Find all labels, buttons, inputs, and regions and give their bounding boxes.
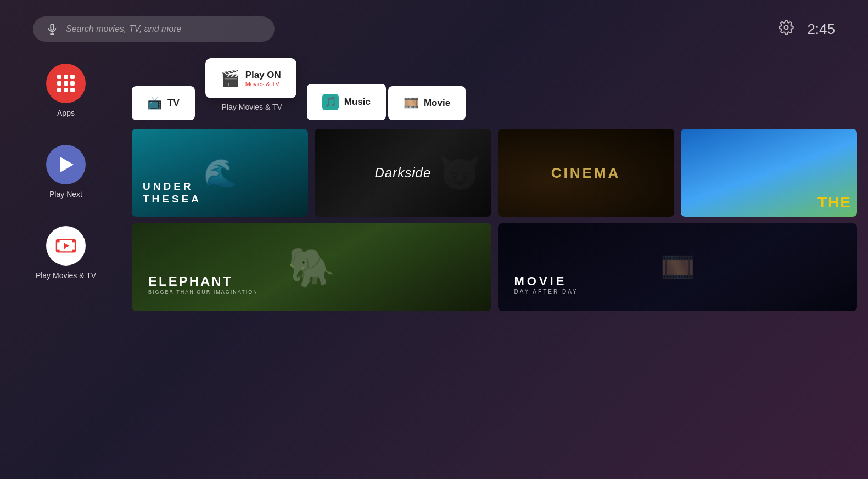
- svg-rect-0: [51, 24, 54, 30]
- apps-label: Apps: [57, 109, 75, 117]
- tab-tv[interactable]: 📺 TV: [132, 86, 195, 120]
- movie-elephant[interactable]: 🐘 ELEPHANT BIGGER THAN OUR IMAGINATION: [132, 223, 491, 311]
- movie-day-after-day[interactable]: 🎞️ MOVIE DAY AFTER DAY: [498, 223, 858, 311]
- header: Search movies, TV, and more 2:45: [0, 0, 868, 53]
- elephant-title: ELEPHANT BIGGER THAN OUR IMAGINATION: [148, 274, 258, 295]
- app-tabs: 📺 TV 🎬 Play ON Movies & TV Play Movies &…: [132, 58, 857, 120]
- tab-movie[interactable]: 🎞️ Movie: [388, 86, 466, 120]
- header-right: 2:45: [779, 20, 835, 39]
- sidebar-item-apps[interactable]: Apps: [46, 64, 86, 117]
- tab-play-on-label: Play ON: [245, 70, 281, 81]
- content-area: 📺 TV 🎬 Play ON Movies & TV Play Movies &…: [132, 58, 868, 311]
- grid-icon: [57, 75, 75, 92]
- tab-music-label: Music: [344, 97, 371, 108]
- sidebar: Apps Play Next Play Movi: [0, 58, 132, 311]
- svg-rect-8: [72, 250, 75, 252]
- sidebar-item-play-next[interactable]: Play Next: [46, 145, 86, 199]
- tab-tv-label: TV: [167, 98, 180, 109]
- active-app-label: Play Movies & TV: [197, 103, 307, 111]
- search-bar[interactable]: Search movies, TV, and more: [33, 16, 275, 42]
- movie-the-fourth[interactable]: THE: [681, 129, 857, 217]
- search-placeholder: Search movies, TV, and more: [66, 24, 181, 34]
- svg-rect-7: [57, 250, 60, 252]
- mic-icon: [46, 23, 58, 35]
- play-on-icon: 🎬: [221, 69, 240, 87]
- movies-row1: 🌊 UNDER THESEA Darkside 😈 CINEMA: [132, 129, 857, 217]
- movie-day-title: MOVIE DAY AFTER DAY: [514, 274, 578, 295]
- movie-cinema[interactable]: CINEMA: [498, 129, 674, 217]
- under-the-sea-title: UNDER THESEA: [143, 181, 201, 206]
- movies-row2: 🐘 ELEPHANT BIGGER THAN OUR IMAGINATION 🎞…: [132, 223, 857, 311]
- play-arrow-icon: [60, 157, 74, 172]
- music-icon: 🎵: [322, 94, 339, 110]
- svg-rect-6: [72, 240, 75, 243]
- gear-icon[interactable]: [779, 20, 794, 39]
- cinema-title: CINEMA: [551, 165, 621, 182]
- svg-marker-9: [64, 243, 69, 249]
- movie-icon: 🎞️: [404, 96, 418, 110]
- tv-icon: 📺: [147, 96, 162, 110]
- tab-play-on-sublabel: Movies & TV: [245, 81, 281, 87]
- movie-darkside[interactable]: Darkside 😈: [315, 129, 491, 217]
- play-next-icon-circle: [46, 145, 86, 184]
- play-movies-icon-circle: [46, 226, 86, 266]
- tab-movie-label: Movie: [424, 98, 450, 109]
- svg-rect-5: [57, 240, 60, 243]
- apps-icon-circle: [46, 64, 86, 103]
- play-movies-label: Play Movies & TV: [36, 271, 96, 280]
- main-content: Apps Play Next Play Movi: [0, 53, 868, 311]
- clock: 2:45: [807, 21, 835, 38]
- svg-point-3: [785, 25, 788, 29]
- movie-under-the-sea[interactable]: 🌊 UNDER THESEA: [132, 129, 308, 217]
- tab-play-on[interactable]: 🎬 Play ON Movies & TV: [205, 58, 296, 98]
- play-next-label: Play Next: [49, 190, 82, 199]
- tab-play-on-wrapper: 🎬 Play ON Movies & TV Play Movies & TV: [197, 58, 307, 120]
- sidebar-item-play-movies[interactable]: Play Movies & TV: [36, 226, 96, 280]
- tab-music[interactable]: 🎵 Music: [307, 84, 386, 120]
